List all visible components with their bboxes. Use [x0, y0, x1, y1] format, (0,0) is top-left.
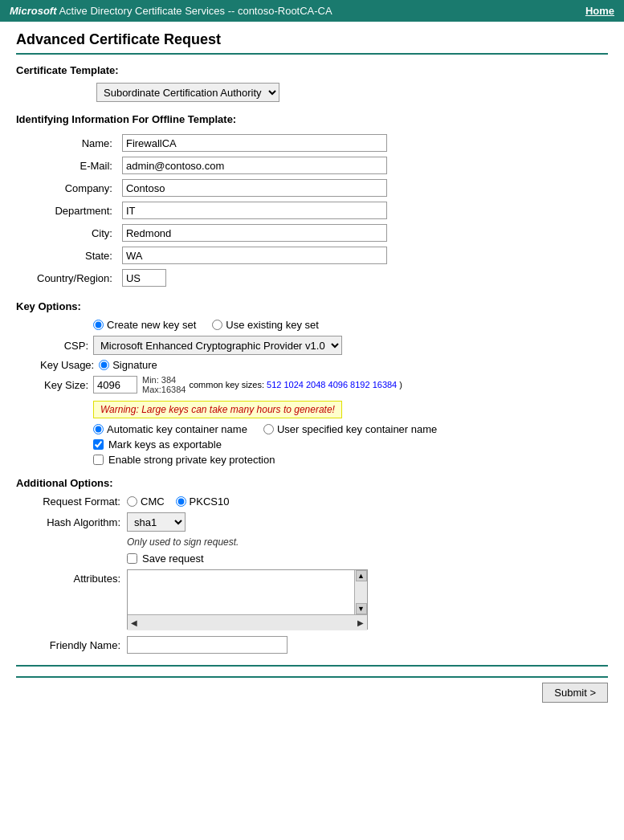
csp-select[interactable]: Microsoft Enhanced Cryptographic Provide… — [93, 336, 342, 355]
cmc-label[interactable]: CMC — [127, 495, 165, 508]
key-options-label: Key Options: — [16, 300, 608, 312]
identifying-info-table: Name: E-Mail: Company: Department: — [32, 132, 392, 289]
department-label: Department: — [32, 199, 117, 222]
common-sizes-label: common key sizes: — [189, 380, 264, 389]
pkcs10-text: PKCS10 — [190, 495, 230, 508]
hash-algorithm-select[interactable]: sha1 sha256 sha384 sha512 — [127, 512, 186, 532]
additional-options-inner: Request Format: CMC PKCS10 Hash Algorith… — [32, 495, 608, 654]
attributes-row: Attributes: ▲ ▼ ◀ ▶ — [32, 569, 608, 630]
attributes-textarea[interactable] — [128, 570, 367, 614]
csp-row: CSP: Microsoft Enhanced Cryptographic Pr… — [40, 336, 608, 355]
header: Microsoft Active Directory Certificate S… — [0, 0, 624, 22]
name-input[interactable] — [122, 134, 387, 152]
city-field — [117, 222, 392, 244]
request-format-row: Request Format: CMC PKCS10 — [32, 495, 608, 508]
table-row: Country/Region: — [32, 267, 392, 289]
cmc-radio[interactable] — [127, 496, 137, 507]
hash-algorithm-row: Hash Algorithm: sha1 sha256 sha384 sha51… — [32, 512, 608, 532]
key-size-4096-link[interactable]: 4096 — [328, 380, 348, 389]
min-label: Min: — [142, 375, 159, 385]
country-input[interactable] — [122, 269, 166, 287]
key-size-2048-link[interactable]: 2048 — [306, 380, 325, 389]
state-input[interactable] — [122, 247, 387, 264]
company-input[interactable] — [122, 179, 387, 197]
department-input[interactable] — [122, 202, 387, 219]
city-input[interactable] — [122, 224, 387, 242]
scroll-right-btn[interactable]: ▶ — [357, 618, 364, 627]
user-container-radio[interactable] — [263, 424, 274, 434]
key-set-row: Create new key set Use existing key set — [93, 319, 608, 331]
scroll-down-btn[interactable]: ▼ — [356, 603, 367, 614]
company-label: Company: — [32, 177, 117, 199]
hash-algorithm-label: Hash Algorithm: — [32, 516, 120, 528]
pkcs10-label[interactable]: PKCS10 — [176, 495, 230, 508]
home-link[interactable]: Home — [585, 5, 614, 17]
vertical-scrollbar[interactable]: ▲ ▼ — [354, 570, 367, 614]
key-options-section: Key Options: Create new key set Use exis… — [16, 300, 608, 466]
name-label: Name: — [32, 132, 117, 154]
key-size-input[interactable] — [93, 376, 137, 393]
email-input[interactable] — [122, 157, 387, 174]
app-rest: Active Directory Certificate Services — [57, 5, 226, 17]
horizontal-scrollbar[interactable]: ◀ ▶ — [128, 614, 367, 630]
auto-container-text: Automatic key container name — [107, 423, 247, 435]
strong-protection-label: Enable strong private key protection — [108, 454, 275, 466]
save-request-row: Save request — [127, 553, 608, 565]
table-row: E-Mail: — [32, 154, 392, 177]
attributes-wrapper: ▲ ▼ ◀ ▶ — [127, 569, 368, 630]
container-name-row: Automatic key container name User specif… — [93, 423, 608, 435]
header-server: contoso-RootCA-CA — [238, 5, 332, 17]
strong-protection-checkbox[interactable] — [93, 455, 104, 465]
pkcs10-radio[interactable] — [176, 496, 186, 507]
create-new-keyset-radio[interactable] — [93, 320, 104, 330]
country-label: Country/Region: — [32, 267, 117, 289]
use-existing-keyset-label[interactable]: Use existing key set — [212, 319, 319, 331]
friendly-name-input[interactable] — [127, 636, 288, 654]
key-size-row: Key Size: Min: 384 Max:16384 common key … — [40, 375, 608, 394]
user-container-label[interactable]: User specified key container name — [263, 423, 437, 435]
key-size-label: Key Size: — [40, 379, 88, 391]
header-separator: -- — [225, 5, 238, 17]
submit-button[interactable]: Submit > — [542, 683, 608, 703]
email-field — [117, 154, 392, 177]
use-existing-keyset-text: Use existing key set — [226, 319, 319, 331]
state-field — [117, 244, 392, 267]
cert-template-select[interactable]: Subordinate Certification Authority — [96, 83, 279, 102]
auto-container-label[interactable]: Automatic key container name — [93, 423, 247, 435]
scroll-up-btn[interactable]: ▲ — [356, 570, 367, 581]
table-row: State: — [32, 244, 392, 267]
key-size-8192-link[interactable]: 8192 — [350, 380, 369, 389]
country-field — [117, 267, 392, 289]
cert-template-label: Certificate Template: — [16, 64, 608, 76]
save-request-checkbox[interactable] — [127, 553, 137, 564]
use-existing-keyset-radio[interactable] — [212, 320, 222, 330]
department-field — [117, 199, 392, 222]
cert-template-row: Subordinate Certification Authority — [96, 83, 608, 102]
additional-options-label: Additional Options: — [16, 477, 608, 489]
key-size-1024-link[interactable]: 1024 — [283, 380, 303, 389]
create-new-keyset-text: Create new key set — [107, 319, 196, 331]
warning-box: Warning: Large keys can take many hours … — [32, 398, 608, 423]
submit-row: Submit > — [16, 676, 608, 703]
key-usage-label: Key Usage: — [40, 359, 94, 371]
min-value: 384 — [161, 375, 176, 385]
name-field — [117, 132, 392, 154]
mark-exportable-checkbox[interactable] — [93, 439, 104, 450]
attributes-label: Attributes: — [32, 573, 120, 585]
create-new-keyset-label[interactable]: Create new key set — [93, 319, 196, 331]
key-size-16384-link[interactable]: 16384 — [373, 380, 398, 389]
scroll-left-btn[interactable]: ◀ — [131, 618, 137, 627]
state-label: State: — [32, 244, 117, 267]
main-content: Advanced Certificate Request Certificate… — [0, 22, 624, 712]
user-container-text: User specified key container name — [277, 423, 437, 435]
format-radios: CMC PKCS10 — [127, 495, 229, 508]
key-size-512-link[interactable]: 512 — [267, 380, 281, 389]
top-divider — [16, 53, 608, 55]
save-request-label: Save request — [142, 553, 204, 565]
table-row: City: — [32, 222, 392, 244]
key-usage-row: Key Usage: Signature — [40, 359, 608, 371]
table-row: Name: — [32, 132, 392, 154]
key-usage-radio[interactable] — [99, 360, 109, 370]
auto-container-radio[interactable] — [93, 424, 104, 434]
identifying-info-section: Identifying Information For Offline Temp… — [16, 113, 608, 289]
